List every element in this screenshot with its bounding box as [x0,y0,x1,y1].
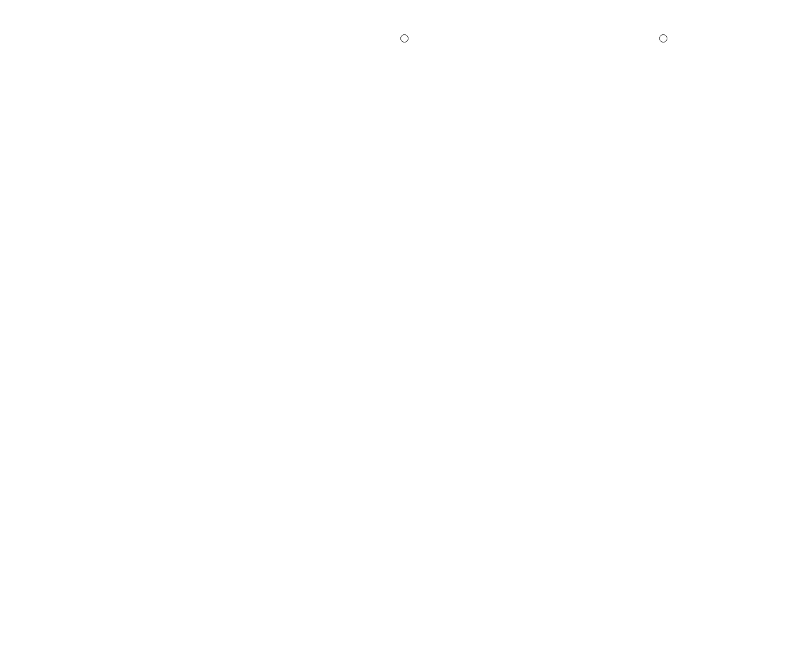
plots-canvas [0,0,812,650]
offshore-surface-plot-page [0,0,812,650]
